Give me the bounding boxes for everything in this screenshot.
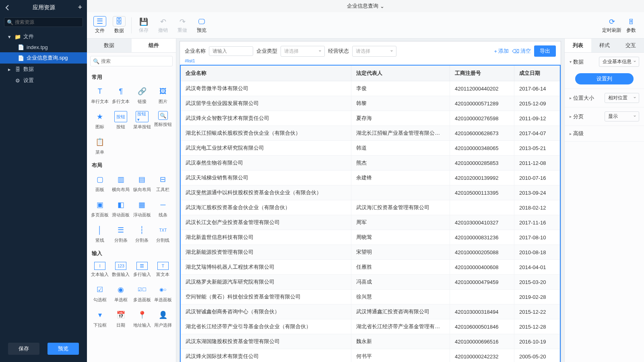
toolbar-params-button[interactable]: 🎚 参数 xyxy=(621,16,641,34)
comp-hsplit[interactable]: ☰分割条 xyxy=(110,222,131,246)
table-cell: 2015-12-09 xyxy=(514,96,560,111)
comp-checkbox[interactable]: ☑勾选框 xyxy=(89,282,110,305)
comp-vbox[interactable]: ▤纵向布局 xyxy=(132,171,153,195)
table-row[interactable]: 湖北省长江经济带产业引导基金合伙企业（有限合伙）湖北省长江经济带产业基金管理有…… xyxy=(181,319,560,334)
table-row[interactable]: 湖北长江招银成长股权投资合伙企业（有限合伙）湖北长江招银产业基金管理有限公…42… xyxy=(181,126,560,141)
export-button[interactable]: 导出 xyxy=(534,45,556,57)
monitor-icon: 🖵 xyxy=(192,16,211,27)
status-select[interactable]: 请选择 xyxy=(352,46,396,57)
table-row[interactable]: 武汉海汇股权投资基金合伙企业（有限合伙）武汉海汇投资基金管理有限公司2018-0… xyxy=(181,200,560,215)
comp-multi-panel[interactable]: ☑☐多选面板 xyxy=(132,282,153,305)
comp-user[interactable]: 👤用户选择 xyxy=(153,307,173,331)
tabs-icon: ▣ xyxy=(93,199,106,210)
comp-address[interactable]: 📍地址输入 xyxy=(132,307,153,331)
page-title-dropdown[interactable]: 企业信息查询 ⌄ xyxy=(347,2,384,10)
comp-button[interactable]: 按钮按钮 xyxy=(110,109,131,132)
type-select[interactable]: 请选择 xyxy=(281,46,325,57)
data-table-wrap[interactable]: 企业名称法定代表人工商注册号成立日期 武汉奇普微半导体有限公司李俊4201120… xyxy=(180,65,561,362)
table-row[interactable]: 武汉天域梯业销售有限公司余建锋4201020001399922010-07-16 xyxy=(181,171,560,185)
tree-file-folder[interactable]: ▾ 📁 文件 xyxy=(0,31,87,42)
tree-settings[interactable]: ⚙ 设置 xyxy=(0,75,87,86)
table-row[interactable]: 武汉东湖国隆股权投资基金管理有限公司魏永新4201000006965162016… xyxy=(181,334,560,349)
group-input: 输入 xyxy=(88,246,175,259)
comp-vline[interactable]: │竖线 xyxy=(89,222,110,246)
comp-date[interactable]: 📅日期 xyxy=(110,307,131,331)
sidebar-preview-button[interactable]: 预览 xyxy=(47,343,79,355)
comp-single-text[interactable]: T单行文本 xyxy=(89,83,110,107)
table-row[interactable]: 武汉泰然生物谷有限公司熊杰4201000002858532011-12-08 xyxy=(181,156,560,171)
tree-item-index[interactable]: 📄 index.tpg xyxy=(0,42,87,52)
tree-data-folder[interactable]: ▸ 🗄 数据 xyxy=(0,64,87,75)
tab-data[interactable]: 数据 xyxy=(87,39,132,52)
prop-tab-interact[interactable]: 交互 xyxy=(617,39,644,52)
toolbar-file-button[interactable]: ☰ 文件 xyxy=(90,16,109,34)
toolbar-preview-button[interactable]: 🖵 预览 xyxy=(192,16,211,34)
comp-panel-layout[interactable]: ▢面板 xyxy=(89,171,110,195)
table-row[interactable]: 武汉奇普微半导体有限公司李俊4201120004402022017-06-14 xyxy=(181,81,560,96)
comp-multipage[interactable]: ▣多页面板 xyxy=(89,197,110,220)
back-button[interactable] xyxy=(5,5,10,10)
comp-float[interactable]: ▦浮动面板 xyxy=(132,197,153,220)
comp-num-input[interactable]: 123数值输入 xyxy=(110,259,131,280)
comp-image[interactable]: 🖼图片 xyxy=(153,83,173,107)
toolbar-save-button[interactable]: 💾 保存 xyxy=(134,16,153,34)
comp-ml-input[interactable]: ≡多行输入 xyxy=(132,259,153,280)
undo-icon: ↶ xyxy=(153,16,173,27)
comp-rich-text[interactable]: T富文本 xyxy=(153,259,173,280)
toolbar-redo-button[interactable]: ↷ 重做 xyxy=(173,16,192,34)
resource-search-input[interactable] xyxy=(4,17,83,27)
prop-page-select[interactable]: 显示 xyxy=(605,111,639,121)
comp-radio[interactable]: ◉单选框 xyxy=(110,282,131,305)
set-columns-button[interactable]: 设置列 xyxy=(575,73,634,84)
table-row[interactable]: 武汉光电工业技术研究院有限公司韩道4201000003480652013-05-… xyxy=(181,141,560,156)
component-search-input[interactable] xyxy=(90,56,173,66)
table-row[interactable]: 湖北新盖世信息科技有限公司周晓莺4201000008312362017-08-1… xyxy=(181,230,560,245)
table-row[interactable]: 武汉智诚鑫创商务咨询中心（有限合伙）武汉博通鑫汇投资咨询有限公司42010300… xyxy=(181,304,560,319)
tree-item-spg[interactable]: 📄 企业信息查询.spg xyxy=(0,52,87,64)
table-cell: 2019-02-28 xyxy=(514,290,560,304)
list-id-label: #list1 xyxy=(180,58,561,65)
toolbar-undo-button[interactable]: ↶ 撤销 xyxy=(153,16,173,34)
comp-line[interactable]: ─线条 xyxy=(153,197,173,220)
comp-menu-button[interactable]: 按钮▾菜单按钮 xyxy=(132,109,153,132)
table-header[interactable]: 法定代表人 xyxy=(351,66,450,81)
table-header[interactable]: 工商注册号 xyxy=(450,66,514,81)
table-row[interactable]: 武汉格罗夫新能源汽车研究院有限公司冯喜成4201000004794592015-… xyxy=(181,275,560,290)
table-header[interactable]: 成立日期 xyxy=(514,66,560,81)
prop-tab-style[interactable]: 样式 xyxy=(591,39,618,52)
table-row[interactable]: 空间智能（黄石）科技创业投资基金管理有限公司徐兴慧2019-02-28 xyxy=(181,290,560,304)
comp-dashline[interactable]: TXT分割线 xyxy=(153,222,173,246)
table-row[interactable]: 湖北新能源投资管理有限公司宋望明4201000002050882010-08-1… xyxy=(181,245,560,260)
table-cell: 湖北长江招银产业基金管理有限公… xyxy=(351,126,450,141)
clear-button[interactable]: ⌫清空 xyxy=(512,47,531,55)
comp-multi-text[interactable]: ¶多行文本 xyxy=(110,83,131,107)
comp-link[interactable]: 🔗链接 xyxy=(132,83,153,107)
table-row[interactable]: 武汉烽火国际技术有限责任公司何书平4201000002422322005-05-… xyxy=(181,349,560,362)
table-row[interactable]: 武汉长江文创产业投资基金管理有限公司周军4201030004103272017-… xyxy=(181,215,560,230)
comp-icon-button[interactable]: 🔍图标按钮 xyxy=(153,109,173,132)
table-row[interactable]: 武汉斐然源通中以科技股权投资基金合伙企业（有限合伙）42010500011339… xyxy=(181,185,560,200)
comp-toolbar-layout[interactable]: ⊟工具栏 xyxy=(153,171,173,195)
comp-single-panel[interactable]: ◉○单选面板 xyxy=(153,282,173,305)
comp-slide[interactable]: ◧滑动面板 xyxy=(110,197,131,220)
prop-position-select[interactable]: 相对位置 xyxy=(605,93,639,103)
comp-icon[interactable]: ★图标 xyxy=(89,109,110,132)
comp-menu[interactable]: 📋菜单 xyxy=(89,134,110,158)
prop-data-select[interactable]: 企业基本信息 xyxy=(599,57,639,67)
sidebar-save-button[interactable]: 保存 xyxy=(8,343,39,355)
table-row[interactable]: 武汉烽火众智数字技术有限责任公司夏存海4201000002765982011-0… xyxy=(181,111,560,126)
table-row[interactable]: 武汉留学生创业园发展有限公司韩黎4201000005712892015-12-0… xyxy=(181,96,560,111)
add-button[interactable]: +添加 xyxy=(494,47,509,55)
table-row[interactable]: 湖北艾瑞博特机器人工程技术有限公司任雁胜4201000004006082014-… xyxy=(181,260,560,275)
prop-tab-list[interactable]: 列表 xyxy=(565,39,591,52)
name-input[interactable] xyxy=(209,46,253,56)
toolbar-data-button[interactable]: 🗄 数据 xyxy=(109,16,129,34)
tab-component[interactable]: 组件 xyxy=(132,39,176,52)
comp-vsplit[interactable]: ┆分割条 xyxy=(132,222,153,246)
add-resource-button[interactable]: + xyxy=(78,3,82,12)
comp-hbox[interactable]: ▥横向布局 xyxy=(110,171,131,195)
toolbar-refresh-button[interactable]: ⟳ 定时刷新 xyxy=(602,16,621,34)
table-header[interactable]: 企业名称 xyxy=(181,66,351,81)
comp-text-input[interactable]: I文本输入 xyxy=(89,259,110,280)
comp-dropdown[interactable]: ▾下拉框 xyxy=(89,307,110,331)
